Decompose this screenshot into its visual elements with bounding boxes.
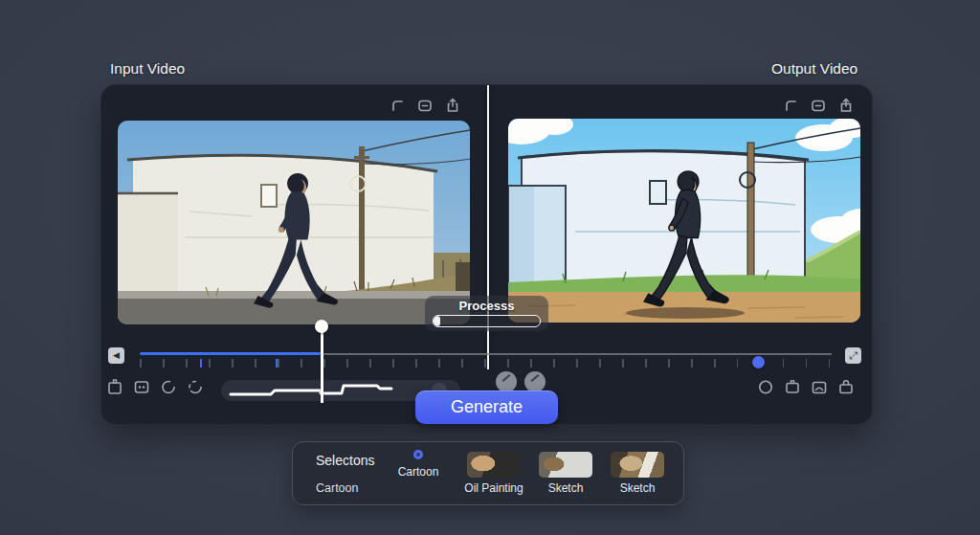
process-label: Processs (459, 300, 515, 312)
left-tool-group (106, 378, 204, 395)
input-video-label: Input Video (110, 60, 185, 78)
frame-icon[interactable] (106, 378, 123, 395)
image-box-icon[interactable] (811, 378, 828, 395)
input-panel-toolbar (389, 97, 461, 114)
rotate-icon[interactable] (782, 97, 799, 114)
style-option-label: Oil Painting (459, 481, 528, 495)
bag-icon[interactable] (837, 378, 855, 395)
style-option-label: Sketch (603, 481, 672, 495)
output-panel-toolbar (782, 97, 855, 114)
style-option-sketch-2[interactable]: Sketch (603, 452, 672, 495)
selections-title: Selectons (316, 453, 374, 468)
selections-category-label: Cartoon (316, 481, 358, 495)
share-icon[interactable] (444, 97, 461, 114)
playhead-line (321, 325, 323, 403)
editor-workspace: Processs ◀ ⤢ G (100, 84, 873, 425)
camera-box-icon[interactable] (784, 378, 801, 395)
collapse-icon[interactable] (810, 97, 827, 114)
timeline-keyframe-tick (200, 359, 202, 368)
history-icon[interactable] (187, 378, 204, 395)
selected-style-border (413, 450, 423, 459)
style-thumbnail-oil-painting[interactable] (467, 452, 521, 478)
skip-start-icon: ◀ (113, 351, 120, 360)
input-video-scene (118, 121, 470, 324)
dots-box-icon[interactable] (133, 378, 150, 395)
loop-icon[interactable] (160, 378, 177, 395)
timeline-track[interactable] (322, 353, 832, 355)
process-overlay: Processs (425, 296, 548, 331)
rotate-icon[interactable] (389, 97, 406, 114)
process-progress-bar (433, 315, 541, 327)
style-option-oil-painting[interactable]: Oil Painting (459, 452, 528, 495)
edit-tool-circle[interactable] (524, 371, 546, 392)
style-option-label: Sketch (531, 481, 600, 495)
style-option-sketch-1[interactable]: Sketch (531, 452, 600, 495)
style-option-label: Cartoon (384, 465, 453, 479)
output-video-scene (508, 119, 860, 323)
timeline-keyframe-tick (276, 359, 278, 368)
style-option-cartoon[interactable]: Cartoon (384, 446, 453, 479)
expand-icon: ⤢ (849, 350, 858, 361)
timeline-progress[interactable] (140, 352, 322, 355)
skip-start-button[interactable]: ◀ (108, 347, 124, 364)
circle-icon[interactable] (757, 378, 774, 395)
share-icon[interactable] (837, 97, 855, 114)
timeline-marker-dot[interactable] (752, 356, 765, 368)
right-tool-group (757, 378, 855, 395)
expand-button[interactable]: ⤢ (845, 347, 861, 364)
timeline-ticks (140, 359, 832, 368)
generate-button[interactable]: Generate (415, 390, 558, 424)
edit-tool-circle[interactable] (496, 371, 517, 392)
style-selection-panel: Selectons Cartoon Cartoon Oil Painting S… (292, 441, 684, 505)
process-progress-fill (434, 316, 440, 326)
input-video-preview (118, 121, 470, 324)
output-video-label: Output Video (771, 60, 858, 78)
collapse-icon[interactable] (416, 97, 434, 114)
style-thumbnail-sketch-2[interactable] (611, 452, 664, 478)
playhead-handle[interactable] (315, 320, 328, 333)
style-thumbnail-sketch-1[interactable] (539, 452, 592, 478)
output-video-preview (508, 119, 860, 323)
